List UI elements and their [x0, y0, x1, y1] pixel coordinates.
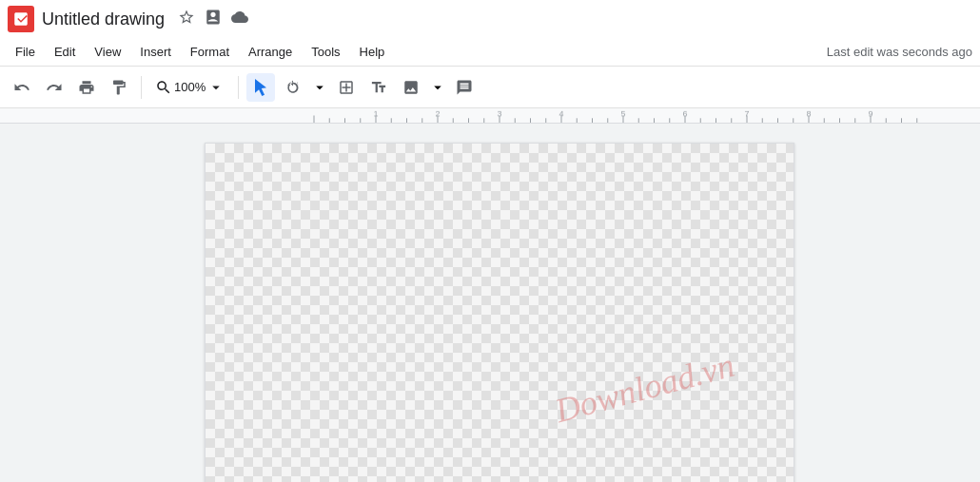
menu-arrange[interactable]: Arrange: [241, 41, 300, 63]
canvas-container[interactable]: Download.vn: [0, 124, 980, 482]
canvas-background: [206, 144, 794, 482]
menu-file[interactable]: File: [8, 41, 43, 63]
separator-1: [141, 76, 142, 99]
image-tool-button[interactable]: [397, 73, 425, 102]
last-edit-status: Last edit was seconds ago: [827, 45, 972, 59]
line-tool-button[interactable]: [279, 73, 307, 102]
undo-button[interactable]: [8, 73, 36, 102]
menu-insert[interactable]: Insert: [132, 41, 179, 63]
star-icon[interactable]: [176, 7, 197, 31]
paint-format-button[interactable]: [105, 73, 133, 102]
zoom-dropdown[interactable]: 100%: [149, 75, 230, 100]
title-bar: Untitled drawing: [0, 0, 980, 38]
menu-help[interactable]: Help: [352, 41, 393, 63]
zoom-level: 100%: [174, 80, 206, 94]
separator-2: [238, 76, 239, 99]
print-button[interactable]: [72, 73, 101, 102]
drive-icon[interactable]: [203, 7, 224, 31]
line-dropdown[interactable]: [311, 79, 328, 96]
horizontal-ruler: [0, 108, 980, 124]
image-dropdown[interactable]: [429, 79, 446, 96]
title-action-icons: [176, 7, 250, 31]
menu-bar: File Edit View Insert Format Arrange Too…: [0, 38, 980, 67]
redo-button[interactable]: [40, 73, 69, 102]
ruler-area: Download.vn: [0, 108, 980, 482]
app-icon: [8, 6, 34, 32]
cloud-icon[interactable]: [229, 7, 250, 31]
main-area: Download.vn: [0, 108, 980, 482]
textbox-tool-button[interactable]: [364, 73, 393, 102]
menu-edit[interactable]: Edit: [47, 41, 83, 63]
document-title[interactable]: Untitled drawing: [42, 10, 165, 29]
drawing-canvas[interactable]: Download.vn: [205, 143, 794, 482]
comment-tool-button[interactable]: [450, 73, 479, 102]
toolbar: 100%: [0, 67, 980, 108]
menu-view[interactable]: View: [87, 41, 128, 63]
menu-tools[interactable]: Tools: [304, 41, 347, 63]
menu-format[interactable]: Format: [183, 41, 237, 63]
shape-tool-button[interactable]: [332, 73, 361, 102]
select-tool-button[interactable]: [246, 73, 275, 102]
